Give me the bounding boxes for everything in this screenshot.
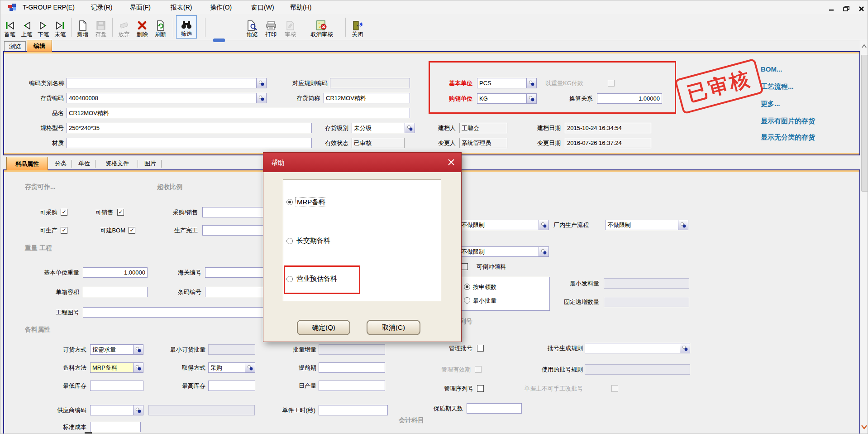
base-unit-weight-field[interactable]: 1.00000 — [83, 267, 148, 278]
unit-time-field[interactable] — [319, 405, 388, 415]
lookup-icon[interactable] — [539, 247, 548, 256]
tab-browse[interactable]: 浏览 — [4, 41, 26, 52]
manage-lot-checkbox[interactable] — [477, 345, 484, 352]
link-more[interactable]: 更多... — [761, 100, 780, 108]
order-mode-label: 订货方式 — [51, 344, 86, 355]
order-mode-field[interactable]: 按需求量 — [90, 344, 143, 355]
filter-button[interactable]: 筛选 — [176, 15, 197, 39]
dialog-titlebar[interactable]: 帮助 — [263, 153, 461, 172]
delete-button[interactable]: 删除 — [134, 15, 151, 39]
long-leadtime-radio[interactable] — [286, 238, 293, 244]
scrollbar-thumb[interactable] — [861, 55, 868, 192]
rule-code-field — [330, 78, 410, 88]
ok-button[interactable]: 确定(Q) — [297, 320, 350, 335]
code-category-field[interactable] — [67, 78, 267, 88]
link-process-flow[interactable]: 工艺流程... — [761, 82, 794, 91]
item-name-field[interactable]: CR12MOV精料 — [67, 108, 410, 118]
acquire-mode-field[interactable]: 采购 — [208, 362, 255, 373]
prev-record-button[interactable]: 上笔 — [19, 15, 35, 39]
dialog-close-button[interactable] — [446, 157, 457, 168]
material-field[interactable] — [67, 138, 312, 148]
splitter-handle[interactable] — [213, 39, 225, 42]
first-record-button[interactable]: 首笔 — [1, 15, 18, 39]
last-record-button[interactable]: 末笔 — [52, 15, 69, 39]
link-show-with-images[interactable]: 显示有图片的存货 — [761, 117, 815, 125]
tab-item-attributes[interactable]: 料品属性 — [6, 157, 48, 170]
tab-edit[interactable]: 编辑 — [27, 40, 52, 52]
close-form-button[interactable]: 关闭 — [348, 15, 367, 39]
menu-report[interactable]: 报表(R) — [169, 3, 194, 12]
lookup-icon[interactable] — [526, 78, 536, 88]
mrp-prep-radio[interactable] — [286, 199, 293, 205]
long-leadtime-option[interactable]: 长交期备料 — [296, 236, 330, 245]
cancel-button[interactable]: 取消(C) — [367, 320, 420, 335]
factory-flow-field[interactable]: 不做限制 — [605, 220, 688, 230]
new-button[interactable]: 新增 — [74, 15, 91, 39]
menu-record[interactable]: 记录(R) — [89, 3, 114, 12]
mrp-prep-option[interactable]: MRP备料 — [295, 197, 327, 207]
menu-operation[interactable]: 操作(O) — [208, 3, 234, 12]
scroll-up-icon[interactable] — [861, 42, 868, 50]
restore-button[interactable] — [843, 6, 850, 13]
box-volume-field[interactable] — [83, 287, 148, 297]
menu-help[interactable]: 帮助(H) — [288, 3, 313, 12]
lookup-icon[interactable] — [133, 363, 143, 372]
spec-field[interactable]: 250*240*35 — [67, 123, 312, 133]
lookup-icon[interactable] — [526, 94, 536, 103]
conversion-field[interactable]: 1.00000 — [597, 93, 662, 104]
close-button[interactable] — [858, 6, 865, 13]
tab-qualification[interactable]: 资格文件 — [98, 159, 136, 169]
link-show-unclassified[interactable]: 显示无分类的存货 — [761, 133, 815, 142]
sellable-checkbox[interactable]: ✓ — [117, 209, 124, 216]
next-record-button[interactable]: 下笔 — [35, 15, 52, 39]
flow-restriction-field-2[interactable]: 不做限制 — [459, 246, 549, 257]
lot-rule-field[interactable] — [585, 343, 690, 353]
lookup-icon[interactable] — [133, 345, 143, 354]
scroll-down-icon[interactable] — [861, 423, 868, 431]
lookup-icon[interactable] — [539, 220, 548, 230]
lookup-icon[interactable] — [133, 405, 143, 415]
by-request-radio[interactable] — [464, 284, 470, 290]
tab-classification[interactable]: 分类 — [51, 159, 70, 169]
refresh-button[interactable]: 刷新 — [152, 15, 170, 39]
supplier-code-field[interactable] — [90, 405, 143, 415]
lookup-icon[interactable] — [678, 220, 688, 230]
prep-method-field[interactable]: MRP备料 — [90, 362, 143, 373]
min-stock-field[interactable] — [90, 381, 143, 391]
tab-units[interactable]: 单位 — [75, 159, 94, 169]
lookup-icon[interactable] — [245, 363, 255, 372]
lookup-icon[interactable] — [256, 93, 266, 103]
flow-restriction-field-1[interactable]: 不做限制 — [459, 220, 549, 230]
item-code-field[interactable]: 400400008 — [67, 93, 267, 103]
base-unit-field[interactable]: PCS — [477, 78, 537, 88]
menu-window[interactable]: 窗口(W) — [249, 3, 276, 12]
minimize-button[interactable] — [828, 6, 835, 13]
menu-interface[interactable]: 界面(F) — [128, 3, 153, 12]
tab-images[interactable]: 图片 — [141, 159, 160, 169]
trade-unit-field[interactable]: KG — [477, 93, 537, 104]
drawing-no-field[interactable] — [83, 307, 274, 318]
bomable-checkbox[interactable]: ✓ — [129, 227, 135, 234]
lead-time-field[interactable] — [319, 362, 385, 373]
menu-app[interactable]: T-GROUP ERP(E) — [21, 3, 76, 12]
cancel-approve-button[interactable]: 取消审核 — [301, 15, 343, 39]
backflush-checkbox[interactable] — [461, 263, 468, 270]
std-cost-field[interactable] — [90, 422, 141, 432]
item-abbr-field[interactable]: CR12MOV精料 — [324, 93, 410, 103]
shelf-days-field[interactable] — [467, 403, 522, 414]
lookup-icon[interactable] — [256, 78, 266, 88]
manage-serial-checkbox[interactable] — [477, 385, 484, 392]
lookup-icon[interactable] — [680, 343, 690, 353]
link-bom[interactable]: BOM... — [761, 65, 782, 73]
vertical-scrollbar[interactable] — [860, 40, 868, 434]
level-field[interactable]: 未分级 — [352, 123, 415, 133]
purchasable-checkbox[interactable]: ✓ — [61, 209, 67, 216]
print-button[interactable]: 打印 — [262, 15, 280, 39]
lookup-icon[interactable] — [405, 123, 415, 133]
daily-output-field[interactable] — [319, 381, 385, 391]
min-batch-radio[interactable] — [464, 297, 470, 304]
producible-checkbox[interactable]: ✓ — [61, 227, 67, 234]
first-record-icon — [5, 19, 15, 31]
preview-button[interactable]: 预览 — [243, 15, 261, 39]
max-stock-field[interactable] — [208, 381, 255, 391]
